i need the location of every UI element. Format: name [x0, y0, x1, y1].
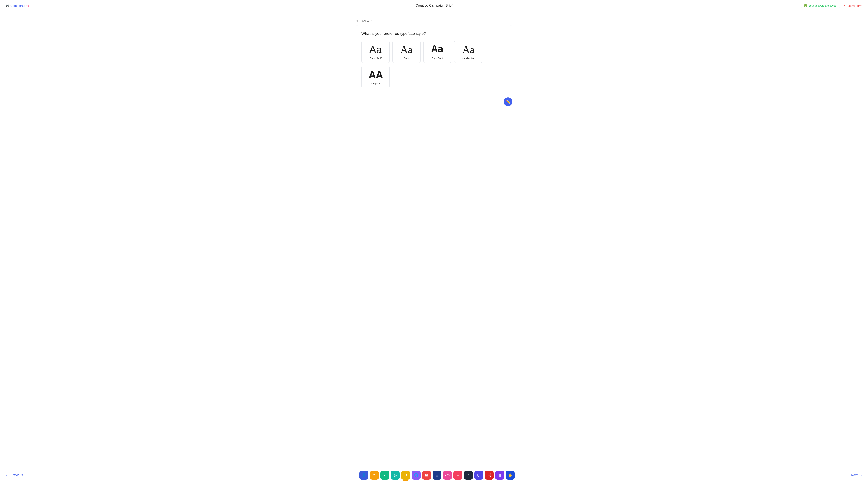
header-left: 💬 Comments +1	[6, 4, 29, 7]
typeface-option-slab-serif[interactable]: Aa Slab Serif	[423, 40, 452, 63]
typeface-options: Aa Sans Serif Aa Serif Aa Slab Serif Aa …	[362, 40, 506, 88]
strip-item-13[interactable]: ▦	[495, 471, 504, 480]
block-progress: Block 4 / 15	[360, 20, 374, 23]
comments-button[interactable]: 💬 Comments +1	[6, 4, 29, 7]
typeface-label-display: Display	[371, 82, 380, 85]
block-type-strip: 👤≡✓◎Tt🌐⊞⊟Y/N☆❝⬡🖼▦✋	[23, 471, 851, 480]
previous-button[interactable]: ← Previous	[6, 473, 23, 477]
arrow-right-icon: →	[859, 473, 862, 477]
typeface-sample-slab-serif: Aa	[431, 44, 443, 55]
typeface-option-handwriting[interactable]: Aa Handwriting	[454, 40, 483, 63]
comments-badge: +1	[26, 4, 29, 7]
next-button[interactable]: Next →	[851, 473, 862, 477]
typeface-label-sans-serif: Sans Serif	[370, 57, 381, 60]
strip-item-0[interactable]: 👤	[360, 471, 368, 480]
next-label: Next	[851, 473, 858, 477]
page-title: Creative Campaign Brief	[415, 4, 453, 8]
pencil-icon: ✏️	[506, 100, 510, 104]
typeface-label-serif: Serif	[404, 57, 409, 60]
typeface-label-slab-serif: Slab Serif	[432, 57, 443, 60]
strip-item-6[interactable]: ⊞	[422, 471, 431, 480]
strip-item-2[interactable]: ✓	[380, 471, 389, 480]
strip-item-4[interactable]: Tt	[401, 471, 410, 480]
strip-item-8[interactable]: Y/N	[443, 471, 452, 480]
typeface-option-serif[interactable]: Aa Serif	[393, 40, 421, 63]
comment-icon: 💬	[6, 4, 9, 7]
saved-label: Your answers are saved!	[808, 4, 837, 7]
typeface-option-sans-serif[interactable]: Aa Sans Serif	[362, 40, 390, 63]
strip-item-11[interactable]: ⬡	[474, 471, 483, 480]
leave-form-button[interactable]: ✕ Leave form	[843, 4, 862, 7]
close-icon: ✕	[843, 4, 846, 7]
typeface-sample-handwriting: Aa	[462, 44, 474, 55]
strip-item-1[interactable]: ≡	[370, 471, 379, 480]
typeface-label-handwriting: Handwriting	[462, 57, 475, 60]
header: 💬 Comments +1 Creative Campaign Brief ✅ …	[0, 0, 868, 11]
strip-item-14[interactable]: ✋	[506, 471, 515, 480]
strip-item-12[interactable]: 🖼	[485, 471, 494, 480]
typeface-sample-serif: Aa	[400, 44, 413, 55]
question-text: What is your preferred typeface style?	[362, 31, 506, 36]
block-container: ⊞ Block 4 / 15 What is your preferred ty…	[355, 20, 513, 94]
question-card: What is your preferred typeface style? A…	[355, 25, 513, 94]
edit-button[interactable]: ✏️	[503, 97, 513, 106]
header-right: ✅ Your answers are saved! ✕ Leave form	[801, 3, 862, 8]
typeface-sample-sans-serif: Aa	[369, 44, 382, 55]
typeface-option-display[interactable]: AA Display	[362, 66, 390, 88]
edit-button-container: ✏️	[355, 97, 513, 106]
check-circle-icon: ✅	[804, 4, 807, 7]
grid-icon: ⊞	[355, 20, 358, 23]
strip-item-3[interactable]: ◎	[391, 471, 400, 480]
arrow-left-icon: ←	[6, 473, 9, 477]
saved-badge: ✅ Your answers are saved!	[801, 3, 840, 8]
strip-item-10[interactable]: ❝	[464, 471, 473, 480]
previous-label: Previous	[10, 473, 23, 477]
leave-label: Leave form	[847, 4, 862, 7]
block-header: ⊞ Block 4 / 15	[355, 20, 513, 23]
strip-item-5[interactable]: 🌐	[412, 471, 421, 480]
strip-item-9[interactable]: ☆	[454, 471, 462, 480]
main-content: ⊞ Block 4 / 15 What is your preferred ty…	[0, 11, 868, 468]
footer: ← Previous 👤≡✓◎Tt🌐⊞⊟Y/N☆❝⬡🖼▦✋ Next →	[0, 468, 868, 482]
typeface-sample-display: AA	[368, 69, 382, 80]
strip-item-7[interactable]: ⊟	[433, 471, 441, 480]
comments-label: Comments	[10, 4, 25, 7]
